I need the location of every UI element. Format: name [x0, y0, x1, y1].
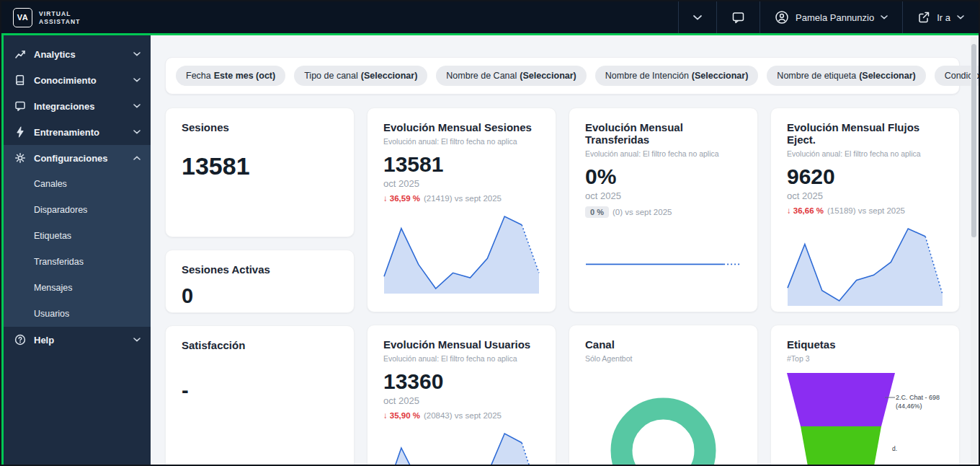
- goto-label: Ir a: [937, 12, 950, 23]
- sidebar-item-configuraciones[interactable]: Configuraciones: [4, 145, 151, 171]
- topbar-dropdown-button[interactable]: [678, 1, 716, 33]
- main-content: Fecha Este mes (oct) Tipo de canal (Sele…: [151, 35, 979, 465]
- arrow-down-icon: ↓: [787, 206, 791, 215]
- metric-value: 9620: [787, 164, 943, 189]
- user-avatar-icon: [775, 10, 789, 25]
- sidebar-group-configuraciones: Configuraciones Canales Disparadores Eti…: [4, 145, 151, 327]
- sidebar-subitem-usuarios[interactable]: Usuarios: [4, 301, 151, 327]
- metric-period: oct 2025: [585, 190, 741, 201]
- filter-chip-nombre-intencion[interactable]: Nombre de Intención (Seleccionar): [595, 66, 759, 86]
- card-title: Evolución Mensual Sesiones: [383, 121, 540, 133]
- satisfaccion-value: -: [182, 379, 338, 403]
- metric-delta: ↓36,66 % (15189) vs sept 2025: [787, 206, 943, 215]
- vertical-scrollbar[interactable]: [971, 37, 977, 463]
- card-canal: Canal Sólo Agentbot: [569, 325, 758, 465]
- metric-delta: 0 % (0) vs sept 2025: [585, 206, 741, 218]
- sidebar-item-help[interactable]: Help: [4, 327, 151, 353]
- chevron-down-icon: [693, 15, 702, 20]
- sesiones-line-chart: [383, 213, 540, 294]
- sidebar-subitem-mensajes[interactable]: Mensajes: [4, 275, 151, 301]
- goto-menu[interactable]: Ir a: [902, 1, 979, 33]
- canal-donut-chart: [585, 370, 741, 465]
- usuarios-line-chart: [383, 430, 540, 465]
- etiquetas-funnel-chart: 2.C. Chat - 698 (44,46%) d.: [787, 373, 943, 465]
- knowledge-book-icon: [14, 74, 26, 86]
- topbar: VA VIRTUAL ASSISTANT Pamela Pannunzio Ir…: [1, 1, 979, 35]
- app-window: VA VIRTUAL ASSISTANT Pamela Pannunzio Ir…: [0, 0, 980, 466]
- metric-delta: ↓35,90 % (20843) vs sept 2025: [383, 411, 540, 420]
- chevron-down-icon: [133, 52, 141, 56]
- card-evolucion-mensual-flujos: Evolución Mensual Flujos Eject. Evolució…: [770, 107, 960, 312]
- card-title: Evolución Mensual Transferidas: [585, 121, 741, 146]
- metric-period: oct 2025: [383, 395, 540, 406]
- sidebar-item-entrenamiento[interactable]: Entrenamiento: [4, 119, 151, 145]
- card-subtitle: Sólo Agentbot: [585, 354, 741, 363]
- sidebar-subitem-transferidas[interactable]: Transferidas: [4, 249, 151, 275]
- va-logo: VA: [13, 8, 32, 27]
- filter-chips: Fecha Este mes (oct) Tipo de canal (Sele…: [176, 66, 979, 86]
- card-title: Evolución Mensual Flujos Eject.: [787, 121, 943, 146]
- sidebar-subitem-etiquetas[interactable]: Etiquetas: [4, 223, 151, 249]
- metric-value: 13581: [383, 152, 540, 177]
- help-icon: [14, 334, 26, 346]
- cards-grid: Sesiones 13581 Sesiones Activas 0 Satisf…: [165, 107, 960, 465]
- brand[interactable]: VA VIRTUAL ASSISTANT: [1, 1, 92, 33]
- card-sesiones-activas: Sesiones Activas 0: [165, 250, 355, 313]
- metric-value: 0%: [585, 164, 741, 189]
- grid-column-4: Evolución Mensual Flujos Eject. Evolució…: [770, 107, 960, 465]
- chat-button[interactable]: [716, 1, 760, 33]
- card-sesiones: Sesiones 13581: [165, 107, 355, 237]
- flujos-line-chart: [787, 225, 943, 306]
- card-title: Satisfacción: [182, 339, 338, 351]
- card-subtitle: #Top 3: [787, 354, 943, 363]
- grid-column-3: Evolución Mensual Transferidas Evolución…: [569, 107, 758, 465]
- card-title: Canal: [585, 338, 741, 351]
- card-title: Etiquetas: [787, 338, 943, 351]
- card-subtitle: Evolución anual: El filtro fecha no apli…: [787, 149, 943, 158]
- transferidas-line-chart: [585, 228, 741, 309]
- filter-chip-nombre-canal[interactable]: Nombre de Canal (Seleccionar): [436, 66, 586, 86]
- sesiones-value: 13581: [182, 152, 338, 180]
- chevron-down-icon: [133, 338, 141, 342]
- logo-text: VA: [17, 13, 28, 22]
- chevron-down-icon: [881, 15, 888, 19]
- filter-chip-fecha[interactable]: Fecha Este mes (oct): [176, 66, 285, 86]
- sidebar-subitem-disparadores[interactable]: Disparadores: [4, 197, 151, 223]
- card-evolucion-mensual-usuarios: Evolución Mensual Usuarios Evolución anu…: [367, 325, 556, 465]
- analytics-icon: [14, 48, 26, 60]
- user-menu[interactable]: Pamela Pannunzio: [760, 1, 902, 33]
- chevron-down-icon: [133, 104, 141, 108]
- card-title: Evolución Mensual Usuarios: [383, 338, 540, 351]
- metric-value: 13360: [383, 369, 540, 394]
- card-etiquetas: Etiquetas #Top 3 2.C. Chat - 698 (44,46%…: [770, 325, 960, 465]
- settings-gear-icon: [14, 152, 26, 164]
- card-subtitle: Evolución anual: El filtro fecha no apli…: [383, 137, 540, 146]
- chat-icon: [731, 11, 745, 25]
- filter-chip-nombre-etiqueta[interactable]: Nombre de etiqueta (Seleccionar): [767, 66, 925, 86]
- topbar-actions: Pamela Pannunzio Ir a: [678, 1, 979, 33]
- card-title: Sesiones: [182, 121, 338, 133]
- card-evolucion-mensual-transferidas: Evolución Mensual Transferidas Evolución…: [569, 107, 758, 312]
- chevron-up-icon: [133, 156, 141, 160]
- sesiones-activas-value: 0: [182, 284, 338, 308]
- filter-chip-tipo-canal[interactable]: Tipo de canal (Seleccionar): [294, 66, 427, 86]
- filter-bar: Fecha Este mes (oct) Tipo de canal (Sele…: [165, 57, 960, 94]
- chevron-down-icon: [133, 78, 141, 82]
- scrollbar-thumb[interactable]: [971, 44, 976, 237]
- chevron-down-icon: [957, 15, 964, 19]
- chevron-down-icon: [133, 130, 141, 134]
- sidebar-subitem-canales[interactable]: Canales: [4, 171, 151, 197]
- funnel-label-partial: d.: [892, 445, 897, 452]
- metric-delta: ↓36,59 % (21419) vs sept 2025: [383, 194, 540, 203]
- sidebar-item-analytics[interactable]: Analytics: [4, 41, 151, 67]
- sidebar: Analytics Conocimiento Integraciones Ent…: [1, 35, 151, 465]
- sidebar-item-conocimiento[interactable]: Conocimiento: [4, 67, 151, 93]
- grid-column-2: Evolución Mensual Sesiones Evolución anu…: [367, 107, 556, 465]
- integrations-chat-icon: [14, 100, 26, 112]
- external-link-icon: [917, 11, 930, 24]
- arrow-down-icon: ↓: [383, 194, 388, 203]
- card-subtitle: Evolución anual: El filtro fecha no apli…: [383, 354, 540, 363]
- sidebar-item-integraciones[interactable]: Integraciones: [4, 93, 151, 119]
- funnel-annotation: 2.C. Chat - 698 (44,46%): [896, 393, 943, 410]
- brand-name: VIRTUAL ASSISTANT: [39, 10, 80, 25]
